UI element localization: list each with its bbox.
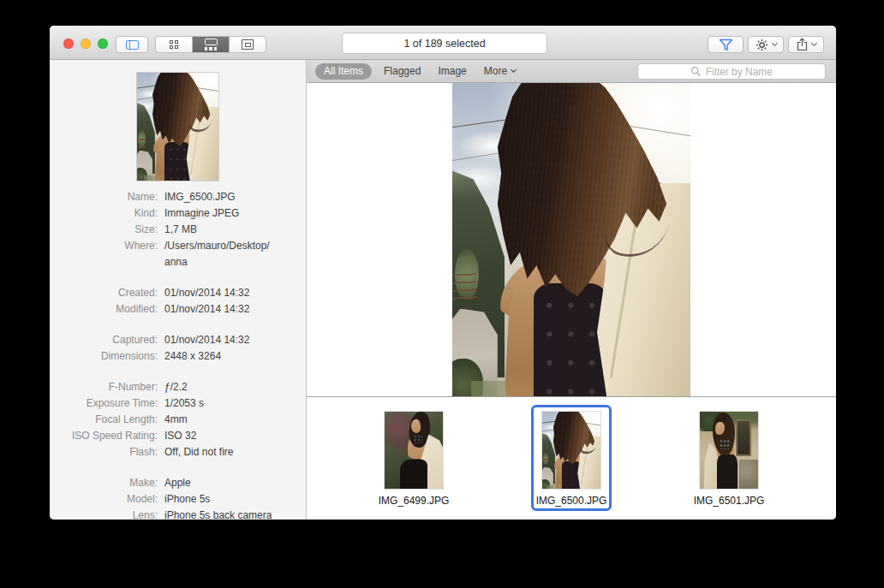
meta-label: Lens:: [50, 508, 158, 520]
meta-label: Exposure Time:: [50, 395, 158, 412]
photo-lace-top: [534, 283, 607, 396]
app-window: 1 of 189 selected: [50, 26, 836, 520]
browser-view-icon: [205, 39, 218, 50]
metadata-group-dates: Created:01/nov/2014 14:32 Modified:01/no…: [50, 285, 306, 318]
main-pane: All Items Flagged Image More Filter by N…: [307, 60, 836, 520]
meta-value: 1,7 MB: [164, 222, 293, 238]
meta-label: F-Number:: [50, 379, 158, 395]
meta-value: 4mm: [164, 412, 293, 428]
meta-value: /Users/mauro/Desktop/ anna: [164, 238, 293, 270]
tab-flagged[interactable]: Flagged: [384, 65, 421, 77]
share-icon: [797, 38, 808, 51]
tab-more-label: More: [484, 65, 507, 77]
metadata-panel: Name:IMG_6500.JPG Kind:Immagine JPEG Siz…: [50, 189, 306, 520]
meta-value: iPhone 5s back camera: [164, 508, 293, 520]
actions-menu-button[interactable]: [748, 36, 784, 53]
gear-icon: [756, 39, 768, 51]
photo-lace-top: [164, 142, 189, 181]
meta-value: Off, Did not fire: [164, 444, 293, 460]
meta-label: Name:: [50, 189, 158, 205]
thumbnail-image[interactable]: [700, 412, 758, 489]
meta-label: Model:: [50, 491, 158, 508]
traffic-lights: [63, 39, 108, 49]
tab-more[interactable]: More: [484, 65, 516, 77]
slideshow-view-button[interactable]: [230, 37, 266, 52]
filter-tab-bar: All Items Flagged Image More Filter by N…: [307, 60, 836, 83]
meta-value: Apple: [164, 475, 293, 491]
zoom-button[interactable]: [98, 39, 108, 49]
photo-necklace: [414, 435, 422, 443]
thumbnail-filename: IMG_6499.JPG: [379, 495, 450, 507]
thumbnail-filename: IMG_6500.JPG: [536, 495, 607, 507]
meta-label: Created:: [50, 285, 158, 301]
search-field: Filter by Name: [637, 63, 826, 80]
photo-face: [715, 422, 724, 435]
metadata-group-capture: Captured:01/nov/2014 14:32 Dimensions:24…: [50, 332, 306, 365]
thumbnail-item-selected[interactable]: IMG_6500.JPG: [531, 405, 612, 511]
meta-label: Flash:: [50, 444, 158, 460]
chevron-down-icon: [771, 40, 777, 46]
photo-railing: [137, 139, 146, 149]
grid-view-button[interactable]: [156, 37, 193, 52]
meta-label: Size:: [50, 222, 158, 238]
meta-label: Where:: [50, 238, 158, 270]
photo-railing: [452, 274, 477, 303]
thumbnail-strip: IMG_6499.JPG IMG_6500.JPG: [307, 397, 836, 520]
meta-value: Immagine JPEG: [164, 205, 293, 222]
filter-funnel-icon: [719, 39, 733, 51]
share-button[interactable]: [788, 36, 824, 53]
thumbnail-item[interactable]: IMG_6499.JPG: [373, 405, 454, 511]
meta-label: Focal Length:: [50, 412, 158, 428]
filter-by-name-input[interactable]: [638, 64, 825, 79]
meta-value: 01/nov/2014 14:32: [164, 301, 293, 318]
photo-lace-top: [562, 461, 580, 489]
close-button[interactable]: [63, 39, 74, 49]
metadata-group-exposure: F-Number:ƒ/2.2 Exposure Time:1/2053 s Fo…: [50, 379, 306, 460]
filter-button[interactable]: [708, 36, 744, 53]
meta-label: Modified:: [50, 301, 158, 318]
window-titlebar[interactable]: 1 of 189 selected: [50, 26, 836, 60]
chevron-down-icon: [511, 67, 517, 73]
metadata-group-device: Make:Apple Model:iPhone 5s Lens:iPhone 5…: [50, 475, 306, 520]
chevron-down-icon: [810, 40, 816, 46]
preview-image: [452, 83, 690, 396]
sidebar-toggle-icon: [126, 40, 139, 50]
meta-label: Dimensions:: [50, 348, 158, 365]
meta-value: ƒ/2.2: [164, 379, 293, 395]
meta-label: Kind:: [50, 205, 158, 222]
preview-area: [307, 83, 836, 397]
photo-scene: [137, 73, 218, 181]
thumbnail-item[interactable]: IMG_6501.JPG: [689, 405, 769, 511]
meta-label: Make:: [50, 475, 158, 491]
meta-label: ISO Speed Rating:: [50, 428, 158, 444]
browser-view-button[interactable]: [193, 37, 230, 52]
meta-value: 01/nov/2014 14:32: [164, 332, 293, 348]
selection-status-text: 1 of 189 selected: [403, 38, 485, 50]
photo-scene: [385, 412, 443, 489]
thumbnail-filename: IMG_6501.JPG: [694, 495, 765, 507]
photo-necklace: [720, 439, 730, 449]
minimize-button[interactable]: [81, 39, 91, 49]
grid-view-icon: [170, 40, 179, 50]
meta-label: Captured:: [50, 332, 158, 348]
tab-all-items[interactable]: All Items: [315, 63, 372, 80]
meta-value: IMG_6500.JPG: [164, 189, 293, 205]
photo-railing: [542, 459, 548, 466]
photo-scene: [542, 412, 600, 489]
tab-image[interactable]: Image: [438, 65, 466, 77]
meta-value: iPhone 5s: [164, 491, 293, 508]
meta-value: ISO 32: [164, 428, 293, 444]
photo-dress: [717, 454, 738, 489]
view-mode-segmented-control: [155, 36, 266, 53]
photo-stone-wall: [739, 460, 758, 489]
inspector-sidebar: Name:IMG_6500.JPG Kind:Immagine JPEG Siz…: [50, 60, 307, 520]
metadata-group-file: Name:IMG_6500.JPG Kind:Immagine JPEG Siz…: [50, 189, 306, 270]
thumbnail-image[interactable]: [542, 412, 600, 489]
sidebar-toggle-button[interactable]: [116, 36, 148, 53]
inspector-thumbnail: [137, 73, 218, 181]
meta-value: 01/nov/2014 14:32: [164, 285, 293, 301]
photo-scene: [700, 412, 758, 489]
photo-scene: [452, 83, 690, 396]
photo-window: [736, 419, 751, 456]
thumbnail-image[interactable]: [385, 412, 443, 489]
